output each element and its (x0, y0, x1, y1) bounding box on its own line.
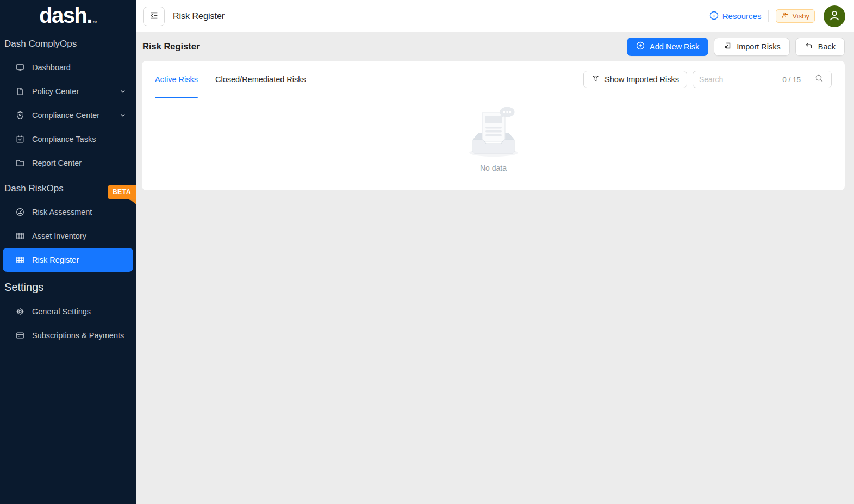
empty-state-label: No data (480, 164, 507, 172)
main-area: Risk Register Resources Visby (136, 0, 854, 504)
topbar: Risk Register Resources Visby (136, 0, 854, 32)
empty-state: No data (155, 98, 832, 172)
sidebar-item-label: Risk Register (32, 256, 79, 264)
beta-ribbon-badge: BETA (108, 185, 136, 199)
search-box: 0 / 15 (693, 71, 832, 88)
info-circle-icon (709, 11, 719, 22)
page-header: Risk Register Add New Risk Import Risks (136, 32, 854, 61)
chevron-down-icon (120, 88, 126, 95)
sidebar-section-riskops: Dash RiskOps BETA Risk Assessment Asset … (0, 176, 136, 272)
brand-logo: dash.™ (0, 0, 136, 32)
credit-card-icon (15, 331, 24, 340)
sidebar-item-general-settings[interactable]: General Settings (0, 300, 136, 323)
topbar-divider (768, 10, 769, 22)
sidebar-item-label: Dashboard (32, 63, 71, 72)
folder-icon (15, 159, 24, 167)
tabs-row: Active Risks Closed/Remediated Risks Sho… (155, 61, 832, 98)
sidebar-item-report-center[interactable]: Report Center (0, 151, 136, 175)
risk-register-card: Active Risks Closed/Remediated Risks Sho… (142, 61, 845, 190)
show-imported-risks-label: Show Imported Risks (604, 75, 679, 84)
workspace-tag[interactable]: Visby (776, 9, 815, 23)
riskops-nav: Risk Assessment Asset Inventory Risk Reg… (0, 200, 136, 272)
sidebar-item-label: Asset Inventory (32, 232, 86, 240)
sidebar-item-risk-assessment[interactable]: Risk Assessment (0, 200, 136, 224)
content-area: Active Risks Closed/Remediated Risks Sho… (136, 61, 854, 504)
calendar-check-icon (15, 135, 24, 144)
gear-icon (15, 307, 24, 316)
section-title-settings: Settings (0, 272, 136, 300)
sidebar-section-settings: Settings General Settings Subscriptions … (0, 272, 136, 347)
trademark-symbol: ™ (92, 20, 97, 25)
beta-ribbon-label: BETA (113, 188, 131, 196)
app-root: dash.™ Dash ComplyOps Dashboard Policy C… (0, 0, 854, 504)
plus-circle-icon (636, 41, 645, 52)
section-title-complyops: Dash ComplyOps (0, 32, 136, 55)
document-icon (15, 87, 24, 96)
sidebar-item-risk-register[interactable]: Risk Register (3, 248, 133, 272)
show-imported-risks-button[interactable]: Show Imported Risks (583, 71, 687, 88)
resources-link[interactable]: Resources (709, 11, 762, 22)
back-label: Back (818, 42, 836, 51)
page-header-title: Risk Register (142, 41, 200, 52)
add-new-risk-button[interactable]: Add New Risk (627, 38, 708, 56)
sidebar-item-subscriptions-payments[interactable]: Subscriptions & Payments (0, 323, 136, 347)
tab-closed-remediated-risks[interactable]: Closed/Remediated Risks (215, 61, 306, 98)
table-icon (15, 232, 24, 240)
sidebar-item-label: Risk Assessment (32, 208, 92, 216)
chevron-down-icon (120, 112, 126, 119)
menu-fold-icon (149, 11, 159, 22)
sidebar-item-label: Policy Center (32, 87, 79, 96)
avatar[interactable] (824, 5, 845, 27)
search-icon (815, 74, 824, 85)
add-new-risk-label: Add New Risk (650, 42, 699, 51)
sidebar-section-complyops: Dash ComplyOps Dashboard Policy Center (0, 32, 136, 175)
sidebar-collapse-button[interactable] (143, 7, 165, 26)
tab-extras: Show Imported Risks 0 / 15 (583, 71, 832, 88)
import-icon (723, 41, 732, 52)
sidebar-item-compliance-tasks[interactable]: Compliance Tasks (0, 127, 136, 151)
rollback-icon (805, 41, 813, 52)
gauge-icon (15, 208, 24, 216)
table-icon (15, 256, 24, 264)
sidebar-item-label: Compliance Center (32, 111, 99, 120)
sidebar: dash.™ Dash ComplyOps Dashboard Policy C… (0, 0, 136, 504)
topbar-right: Resources Visby (709, 5, 845, 27)
card-inner: Active Risks Closed/Remediated Risks Sho… (155, 61, 832, 172)
settings-nav: General Settings Subscriptions & Payment… (0, 300, 136, 347)
sidebar-item-label: General Settings (32, 307, 91, 316)
sidebar-item-label: Subscriptions & Payments (32, 331, 124, 340)
workspace-tag-label: Visby (792, 12, 809, 20)
sidebar-item-dashboard[interactable]: Dashboard (0, 55, 136, 79)
search-input[interactable] (693, 71, 782, 88)
complyops-nav: Dashboard Policy Center Compliance Cent (0, 55, 136, 175)
tab-active-risks[interactable]: Active Risks (155, 61, 198, 98)
back-button[interactable]: Back (795, 38, 845, 56)
search-button[interactable] (807, 71, 831, 88)
import-risks-button[interactable]: Import Risks (714, 38, 790, 56)
sidebar-item-label: Compliance Tasks (32, 135, 96, 144)
import-risks-label: Import Risks (737, 42, 781, 51)
resources-label: Resources (722, 11, 762, 21)
tabs: Active Risks Closed/Remediated Risks (155, 61, 306, 98)
sidebar-item-compliance-center[interactable]: Compliance Center (0, 103, 136, 127)
filter-icon (591, 74, 600, 84)
sidebar-item-label: Report Center (32, 159, 82, 167)
user-switch-icon (781, 11, 789, 21)
monitor-icon (15, 63, 24, 72)
search-count: 0 / 15 (782, 76, 807, 84)
empty-inbox-illustration (461, 106, 526, 160)
sidebar-item-asset-inventory[interactable]: Asset Inventory (0, 224, 136, 248)
page-title: Risk Register (173, 11, 225, 21)
sidebar-item-policy-center[interactable]: Policy Center (0, 79, 136, 103)
page-header-actions: Add New Risk Import Risks Back (627, 38, 845, 56)
brand-logo-text: dash. (39, 3, 92, 27)
user-icon (827, 8, 841, 24)
shield-icon (15, 111, 24, 120)
